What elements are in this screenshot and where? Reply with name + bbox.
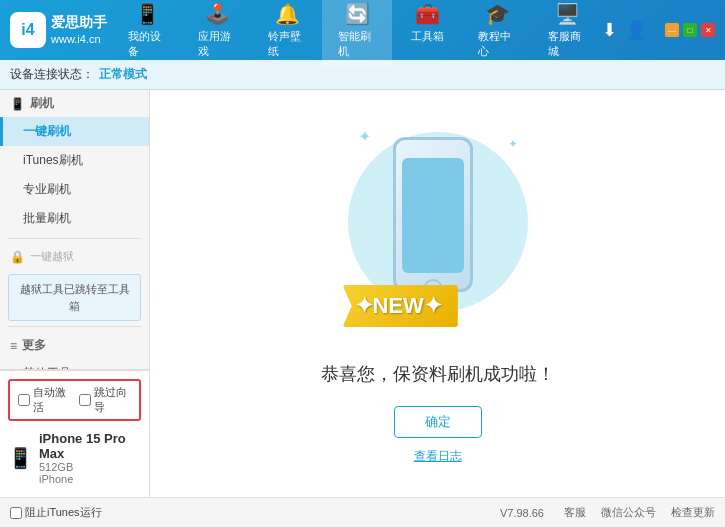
toolbox-icon: 🧰 xyxy=(415,2,440,26)
minimize-button[interactable]: — xyxy=(665,23,679,37)
sidebar-disabled-jailbreak: 🔒 一键越狱 xyxy=(0,244,149,269)
main-content: ✦ ✦ ✦NEW✦ 恭喜您，保资料刷机成功啦！ 确定 查看日志 xyxy=(150,90,725,497)
sidebar-footer: 自动激活 跳过向导 📱 iPhone 15 Pro Max 512GB iPho… xyxy=(0,369,149,497)
nav-tab-service[interactable]: 🖥️ 客服商城 xyxy=(532,0,602,67)
app-games-icon: 🕹️ xyxy=(205,2,230,26)
new-badge-text: ✦NEW✦ xyxy=(355,293,442,319)
user-button[interactable]: 👤 xyxy=(625,19,647,41)
sidebar-section-flash: 📱 刷机 一键刷机 iTunes刷机 专业刷机 批量刷机 xyxy=(0,90,149,233)
header-right: ⬇ 👤 — □ ✕ xyxy=(602,19,715,41)
device-details: iPhone 15 Pro Max 512GB iPhone xyxy=(39,431,141,485)
sidebar-divider-2 xyxy=(8,326,141,327)
main-layout: 📱 刷机 一键刷机 iTunes刷机 专业刷机 批量刷机 🔒 一键越狱 越狱工具… xyxy=(0,90,725,497)
wechat-link[interactable]: 微信公众号 xyxy=(601,505,656,520)
phone-illustration: ✦ ✦ ✦NEW✦ xyxy=(338,122,538,342)
sidebar-section-more: ≡ 更多 其他工具 下载固件 高级功能 xyxy=(0,332,149,369)
phone-body-wrapper xyxy=(393,137,473,292)
phone-screen xyxy=(402,158,464,273)
nav-tab-smart-flash[interactable]: 🔄 智能刷机 xyxy=(322,0,392,67)
device-info: 📱 iPhone 15 Pro Max 512GB iPhone xyxy=(8,427,141,489)
maximize-button[interactable]: □ xyxy=(683,23,697,37)
version-info: V7.98.66 xyxy=(500,507,544,519)
star-top-right-icon: ✦ xyxy=(508,137,518,151)
new-badge: ✦NEW✦ xyxy=(343,285,458,327)
sidebar-notice-jailbreak: 越狱工具已跳转至工具箱 xyxy=(8,274,141,321)
download-button[interactable]: ⬇ xyxy=(602,19,617,41)
device-panel: 自动激活 跳过向导 📱 iPhone 15 Pro Max 512GB iPho… xyxy=(0,370,149,497)
logo-text: 爱思助手 www.i4.cn xyxy=(51,13,107,48)
bottom-bar: 阻止iTunes运行 V7.98.66 客服 微信公众号 检查更新 xyxy=(0,497,725,527)
nav-tabs: 📱 我的设备 🕹️ 应用游戏 🔔 铃声壁纸 🔄 智能刷机 🧰 工具箱 🎓 教程中… xyxy=(112,0,602,67)
device-phone-icon: 📱 xyxy=(8,446,33,470)
sidebar-section-flash-header: 📱 刷机 xyxy=(0,90,149,117)
sidebar-item-batch-flash[interactable]: 批量刷机 xyxy=(0,204,149,233)
auto-activate-checkbox[interactable]: 自动激活 xyxy=(18,385,71,415)
sidebar-section-jailbreak: 🔒 一键越狱 越狱工具已跳转至工具箱 xyxy=(0,244,149,321)
check-update-link[interactable]: 检查更新 xyxy=(671,505,715,520)
sidebar-divider-1 xyxy=(8,238,141,239)
tutorial-icon: 🎓 xyxy=(485,2,510,26)
auto-activate-input[interactable] xyxy=(18,394,30,406)
log-link[interactable]: 查看日志 xyxy=(414,448,462,465)
device-storage: 512GB xyxy=(39,461,141,473)
itunes-block-input[interactable] xyxy=(10,507,22,519)
smart-flash-icon: 🔄 xyxy=(345,2,370,26)
app-header: i4 爱思助手 www.i4.cn 📱 我的设备 🕹️ 应用游戏 🔔 铃声壁纸 … xyxy=(0,0,725,60)
star-top-left-icon: ✦ xyxy=(358,127,371,146)
flash-section-icon: 📱 xyxy=(10,97,25,111)
ringtone-icon: 🔔 xyxy=(275,2,300,26)
more-section-icon: ≡ xyxy=(10,339,17,353)
lock-icon: 🔒 xyxy=(10,250,25,264)
nav-tab-ringtone[interactable]: 🔔 铃声壁纸 xyxy=(252,0,322,67)
auto-options-group: 自动激活 跳过向导 xyxy=(8,379,141,421)
success-message: 恭喜您，保资料刷机成功啦！ xyxy=(321,362,555,386)
sidebar-item-itunes-flash[interactable]: iTunes刷机 xyxy=(0,146,149,175)
sidebar-item-pro-flash[interactable]: 专业刷机 xyxy=(0,175,149,204)
close-button[interactable]: ✕ xyxy=(701,23,715,37)
itunes-block-checkbox[interactable]: 阻止iTunes运行 xyxy=(10,505,102,520)
my-device-icon: 📱 xyxy=(135,2,160,26)
guide-activation-checkbox[interactable]: 跳过向导 xyxy=(79,385,132,415)
logo-icon: i4 xyxy=(10,12,46,48)
sidebar: 📱 刷机 一键刷机 iTunes刷机 专业刷机 批量刷机 🔒 一键越狱 越狱工具… xyxy=(0,90,150,497)
nav-tab-app-games[interactable]: 🕹️ 应用游戏 xyxy=(182,0,252,67)
guide-activation-input[interactable] xyxy=(79,394,91,406)
service-icon: 🖥️ xyxy=(555,2,580,26)
bottom-links: 客服 微信公众号 检查更新 xyxy=(564,505,715,520)
window-controls: — □ ✕ xyxy=(665,23,715,37)
customer-link[interactable]: 客服 xyxy=(564,505,586,520)
sidebar-item-one-key-flash[interactable]: 一键刷机 xyxy=(0,117,149,146)
device-type: iPhone xyxy=(39,473,141,485)
sidebar-content: 📱 刷机 一键刷机 iTunes刷机 专业刷机 批量刷机 🔒 一键越狱 越狱工具… xyxy=(0,90,149,369)
nav-tab-toolbox[interactable]: 🧰 工具箱 xyxy=(392,0,462,67)
nav-tab-tutorial[interactable]: 🎓 教程中心 xyxy=(462,0,532,67)
phone-body xyxy=(393,137,473,292)
confirm-button[interactable]: 确定 xyxy=(394,406,482,438)
sidebar-item-other-tools[interactable]: 其他工具 xyxy=(0,359,149,369)
sidebar-section-more-header: ≡ 更多 xyxy=(0,332,149,359)
nav-tab-my-device[interactable]: 📱 我的设备 xyxy=(112,0,182,67)
logo-area: i4 爱思助手 www.i4.cn xyxy=(10,12,112,48)
device-name: iPhone 15 Pro Max xyxy=(39,431,141,461)
